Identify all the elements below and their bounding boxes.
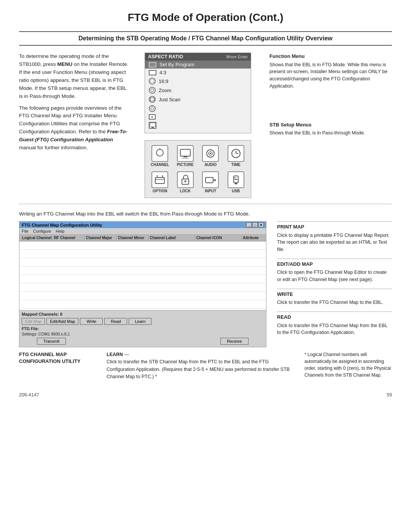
- table-row: [19, 250, 266, 258]
- aspect-ratio-item-extra1: [145, 104, 251, 113]
- zoom-svg: [150, 88, 154, 92]
- time-label: TIME: [231, 163, 241, 167]
- stb-icon-audio: AUDIO: [199, 144, 223, 168]
- page-title: FTG Mode of Operation (Cont.): [19, 11, 392, 24]
- 4-3-icon: [149, 70, 156, 75]
- extra1-icon: [149, 105, 156, 112]
- just-scan-icon: [149, 96, 156, 103]
- stb-icon-picture: PICTURE: [174, 144, 198, 168]
- ftg-settings-line: Settings: COM1 9600,n,8,1: [22, 332, 264, 336]
- write-title: WRITE: [277, 289, 392, 298]
- page-footer: 206-4147 59: [19, 392, 392, 398]
- svg-rect-8: [180, 149, 190, 156]
- option-icon-svg: [154, 174, 166, 185]
- ftg-buttons: Edit Map Edit/Add Map Write Read Learn: [22, 318, 264, 325]
- aspect-ratio-header: ASPECT RATIO Move Enter: [145, 53, 251, 61]
- write-annotation: WRITE Click to transfer the FTG Channel …: [277, 289, 392, 306]
- ftg-left: FTG Channel Map Configuration Utility _ …: [19, 221, 266, 347]
- table-row: [19, 283, 266, 292]
- minimize-button[interactable]: _: [246, 222, 252, 227]
- svg-rect-25: [235, 183, 237, 184]
- edit-add-map-text: Click to open the FTG Channel Map Editor…: [277, 269, 392, 283]
- extra3-svg: [150, 123, 156, 128]
- col-attribute: Attribute: [242, 235, 264, 240]
- stb-icon-option: OPTION: [148, 170, 172, 195]
- 16-9-label: 16:9: [159, 78, 168, 84]
- menu-help[interactable]: Help: [56, 229, 64, 233]
- picture-icon-svg: [180, 149, 191, 158]
- write-button[interactable]: Write: [80, 318, 103, 325]
- input-icon-shape: [202, 171, 219, 188]
- table-row: [19, 300, 266, 308]
- svg-point-3: [151, 107, 154, 110]
- option-label: OPTION: [153, 189, 167, 193]
- lock-icon-svg: [180, 174, 190, 185]
- just-scan-label: Just Scan: [159, 97, 180, 102]
- menu-configure[interactable]: Configure: [33, 229, 51, 233]
- audio-icon-shape: [202, 145, 219, 162]
- col-channel-minor: Channel Minor: [117, 235, 149, 240]
- col-channel-major: Channel Major: [85, 235, 117, 240]
- read-title: READ: [277, 312, 392, 321]
- channel-icon-shape: [151, 145, 168, 162]
- usb-label: USB: [232, 189, 240, 193]
- aspect-ratio-box: ASPECT RATIO Move Enter Set By Program 4…: [145, 53, 251, 133]
- time-icon-svg: [231, 148, 241, 159]
- zoom-icon: [149, 87, 156, 94]
- col-logical-channel: Logical Channel: [21, 235, 53, 240]
- stb-icon-usb: USB: [224, 170, 248, 195]
- table-row: [19, 241, 266, 250]
- input-label: INPUT: [205, 189, 216, 193]
- edit-add-map-button[interactable]: Edit/Add Map: [46, 318, 78, 325]
- ftg-window-title: FTG Channel Map Configuration Utility: [22, 223, 102, 227]
- read-button[interactable]: Read: [104, 318, 127, 325]
- ftg-bottom-bar: Mapped Channels: 0 Edit Map Edit/Add Map…: [19, 310, 266, 347]
- svg-rect-0: [150, 80, 154, 83]
- set-by-program-icon: [149, 62, 156, 67]
- print-map-annotation: PRINT MAP Click to display a printable F…: [277, 221, 392, 253]
- intro-para2: The following pages provide overviews of…: [19, 104, 129, 152]
- receive-button[interactable]: Receive: [220, 338, 249, 345]
- svg-rect-9: [183, 156, 187, 157]
- footer-left: 206-4147: [19, 392, 39, 398]
- 16-9-icon: [149, 78, 156, 85]
- stb-icon-input: INPUT: [199, 170, 223, 195]
- bottom-right: * Logical Channel numbers will automatic…: [304, 351, 392, 381]
- ftg-window-controls: _ □ ✕: [246, 222, 264, 227]
- stb-setup-title: STB Setup Menus: [269, 121, 392, 129]
- close-button[interactable]: ✕: [258, 222, 264, 227]
- audio-label: AUDIO: [204, 163, 217, 167]
- learn-button[interactable]: Learn: [129, 318, 151, 325]
- lock-icon-shape: [177, 171, 194, 188]
- picture-icon-shape: [177, 145, 194, 162]
- transmit-button[interactable]: Transmit: [37, 338, 66, 345]
- ftg-window: FTG Channel Map Configuration Utility _ …: [19, 221, 266, 347]
- ftg-window-title-bar: FTG Channel Map Configuration Utility _ …: [19, 222, 266, 228]
- table-row: [19, 267, 266, 275]
- ftg-section: FTG Channel Map Configuration Utility _ …: [19, 221, 392, 347]
- stb-icon-time: TIME: [224, 144, 248, 168]
- edit-add-map-annotation: EDIT/ADD MAP Click to open the FTG Chann…: [277, 259, 392, 283]
- menu-file[interactable]: File: [22, 229, 29, 233]
- write-text: Click to transfer the FTG Channel Map to…: [277, 299, 392, 306]
- aspect-ratio-item-16-9: 16:9: [145, 77, 251, 86]
- middle-text: Writing an FTG Channel Map into the EBL …: [19, 211, 392, 217]
- channel-icon-svg: [155, 148, 165, 159]
- aspect-ratio-item-just-scan: Just Scan: [145, 95, 251, 104]
- ftg-file-line: FTG File:: [22, 326, 264, 331]
- aspect-ratio-item-extra3: [145, 121, 251, 130]
- top-section: To determine the operating mode of the S…: [19, 53, 392, 204]
- aspect-ratio-title: ASPECT RATIO: [148, 54, 183, 59]
- top-left-text: To determine the operating mode of the S…: [19, 53, 137, 198]
- maximize-button[interactable]: □: [252, 222, 258, 227]
- stb-icon-lock: LOCK: [174, 170, 198, 195]
- svg-rect-4: [150, 123, 155, 127]
- footer-right: 59: [387, 392, 392, 398]
- aspect-ratio-item-extra2: [145, 113, 251, 121]
- print-map-title: PRINT MAP: [277, 221, 392, 231]
- extra2-icon: [149, 114, 156, 120]
- function-menu-title: Function Menu: [269, 53, 392, 60]
- channel-label: CHANNEL: [151, 163, 169, 167]
- learn-label: LEARN: [107, 352, 123, 357]
- edit-map-button[interactable]: Edit Map: [22, 318, 45, 325]
